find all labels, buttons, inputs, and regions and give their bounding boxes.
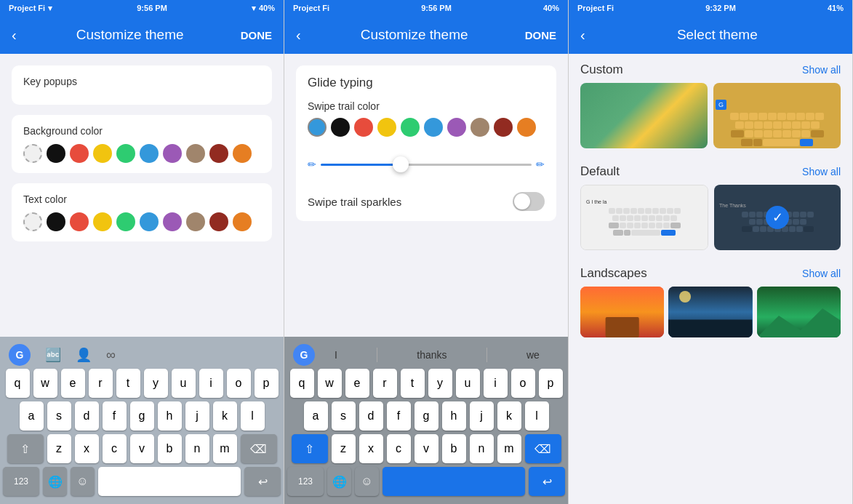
kb2-emoji[interactable]: ☺ [355,467,379,496]
landscape-1[interactable] [580,287,664,337]
done-button-1[interactable]: DONE [241,29,272,41]
kb2-l[interactable]: l [525,401,549,431]
suggest-thanks[interactable]: thanks [417,349,446,361]
swipe-color-darkred[interactable] [494,118,513,137]
bg-color-brown[interactable] [186,144,205,163]
sparkles-toggle[interactable] [513,192,545,211]
text-color-blue[interactable] [140,212,159,231]
kb2-x[interactable]: x [359,434,383,463]
kb2-q[interactable]: q [290,369,314,398]
text-color-green[interactable] [116,212,135,231]
trail-size-slider[interactable] [321,151,532,177]
kb2-globe[interactable]: 🌐 [327,467,351,496]
back-button-3[interactable]: ‹ [580,27,585,44]
swipe-color-green[interactable] [401,118,420,137]
key-123[interactable]: 123 [3,467,39,496]
bg-color-darkred[interactable] [209,144,228,163]
suggest-we[interactable]: we [526,349,540,361]
bg-color-black[interactable] [47,144,65,163]
kb2-j[interactable]: j [470,401,494,431]
kb2-c[interactable]: c [387,434,411,463]
key-h[interactable]: h [158,401,182,431]
text-color-brown[interactable] [186,212,205,231]
bg-color-red[interactable] [70,144,89,163]
kb2-d[interactable]: d [359,401,383,431]
orange-keyboard-theme[interactable]: G [713,83,841,148]
key-m[interactable]: m [213,434,237,463]
swipe-color-blue[interactable] [308,118,327,137]
swipe-color-brown[interactable] [470,118,489,137]
bg-color-purple[interactable] [163,144,182,163]
kb2-r[interactable]: r [373,369,397,398]
key-p[interactable]: p [255,369,279,398]
add-custom-theme[interactable]: + [580,83,708,148]
kb2-123[interactable]: 123 [287,467,324,496]
kb2-v[interactable]: v [415,434,438,463]
done-button-2[interactable]: DONE [525,29,556,41]
kb2-u[interactable]: u [456,369,480,398]
text-color-purple[interactable] [163,212,182,231]
back-button-2[interactable]: ‹ [296,27,301,44]
key-g[interactable]: g [130,401,154,431]
kb2-o[interactable]: o [511,369,535,398]
kb2-b[interactable]: b [442,434,466,463]
kb2-t[interactable]: t [401,369,425,398]
swipe-color-yellow[interactable] [377,118,396,137]
key-r[interactable]: r [89,369,113,398]
key-b[interactable]: b [158,434,182,463]
kb2-p[interactable]: p [539,369,563,398]
text-color-yellow[interactable] [93,212,112,231]
kb2-m[interactable]: m [497,434,521,463]
key-i[interactable]: i [199,369,223,398]
key-a[interactable]: a [20,401,44,431]
key-z[interactable]: z [47,434,71,463]
google-icon-1[interactable]: G [9,344,31,366]
kb2-h[interactable]: h [442,401,466,431]
swipe-color-black[interactable] [331,118,350,137]
default-show-all[interactable]: Show all [802,166,841,177]
key-emoji[interactable]: ☺ [71,467,95,496]
kb2-f[interactable]: f [387,401,411,431]
suggest-I[interactable]: I [335,349,337,361]
bg-color-blue[interactable] [140,144,159,163]
google-icon-2[interactable]: G [293,344,315,366]
key-v[interactable]: v [130,434,154,463]
key-n[interactable]: n [185,434,209,463]
key-enter[interactable]: ↩ [244,467,281,496]
landscapes-show-all[interactable]: Show all [802,268,841,279]
default-light-theme[interactable]: G I the la [580,185,708,250]
kb2-space[interactable] [383,467,525,496]
key-c[interactable]: c [103,434,127,463]
key-s[interactable]: s [47,401,71,431]
key-o[interactable]: o [227,369,251,398]
gif-icon[interactable]: ∞ [106,348,116,363]
key-space[interactable] [98,467,241,496]
kb2-shift[interactable]: ⇧ [292,434,328,463]
key-y[interactable]: y [144,369,168,398]
key-f[interactable]: f [103,401,127,431]
text-color-black[interactable] [47,212,65,231]
back-button-1[interactable]: ‹ [12,27,17,44]
text-color-darkred[interactable] [209,212,228,231]
kb2-k[interactable]: k [497,401,521,431]
text-color-red[interactable] [70,212,89,231]
kb2-a[interactable]: a [304,401,328,431]
key-l[interactable]: l [241,401,265,431]
key-globe[interactable]: 🌐 [43,467,67,496]
kb2-n[interactable]: n [470,434,494,463]
text-color-custom[interactable] [23,212,42,231]
key-delete[interactable]: ⌫ [241,434,277,463]
slider-thumb[interactable] [393,156,409,172]
kb2-delete[interactable]: ⌫ [525,434,561,463]
bg-color-custom[interactable] [23,144,42,163]
key-w[interactable]: w [33,369,57,398]
bg-color-green[interactable] [116,144,135,163]
kb2-e[interactable]: e [345,369,369,398]
bg-color-yellow[interactable] [93,144,112,163]
text-color-orange[interactable] [233,212,252,231]
kb2-w[interactable]: w [318,369,342,398]
swipe-color-blue2[interactable] [424,118,443,137]
kb2-enter[interactable]: ↩ [529,467,565,496]
kb2-g[interactable]: g [415,401,438,431]
key-x[interactable]: x [75,434,99,463]
